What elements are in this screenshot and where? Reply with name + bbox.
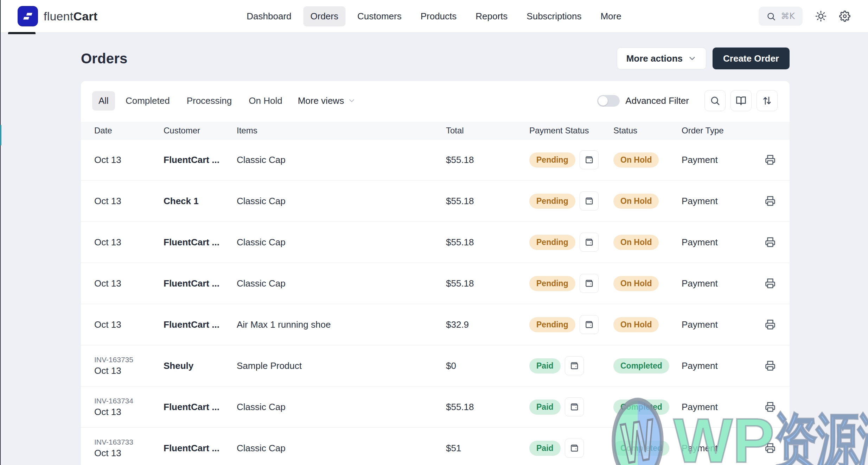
- nav-item-products[interactable]: Products: [414, 6, 464, 26]
- payment-status-badge: Pending: [529, 276, 575, 291]
- row-actions-cell: [765, 196, 790, 206]
- print-button[interactable]: [765, 319, 776, 330]
- customer-name[interactable]: Sheuly: [164, 360, 237, 371]
- printer-icon: [765, 402, 776, 412]
- filter-bar: AllCompletedProcessingOn Hold More views…: [81, 81, 790, 122]
- more-actions-button[interactable]: More actions: [617, 48, 706, 69]
- payment-status-cell: Pending: [529, 150, 613, 169]
- print-button[interactable]: [765, 402, 776, 412]
- gear-icon: [839, 11, 850, 22]
- payment-wallet-button[interactable]: [580, 150, 599, 169]
- column-header-total: Total: [446, 126, 529, 136]
- order-row[interactable]: INV-163734Oct 13FluentCart ...Classic Ca…: [81, 387, 790, 428]
- order-status-cell: On Hold: [613, 152, 682, 168]
- tab-processing[interactable]: Processing: [180, 91, 238, 111]
- order-status-cell: Completed: [613, 358, 682, 373]
- sort-button[interactable]: [757, 90, 778, 111]
- left-edge-teal-marker: [0, 125, 1, 145]
- order-status-cell: On Hold: [613, 194, 682, 209]
- customer-name[interactable]: FluentCart ...: [164, 155, 237, 165]
- customer-name[interactable]: Check 1: [164, 196, 237, 207]
- printer-icon: [765, 196, 776, 206]
- advanced-filter-toggle[interactable]: [597, 95, 620, 107]
- row-actions-cell: [765, 237, 790, 247]
- tab-all[interactable]: All: [92, 91, 115, 111]
- payment-status-badge: Paid: [529, 358, 561, 373]
- order-status-badge: On Hold: [613, 194, 659, 209]
- nav-item-more[interactable]: More: [593, 6, 628, 26]
- dark-sliver: [8, 32, 36, 34]
- tab-completed[interactable]: Completed: [119, 91, 176, 111]
- more-actions-label: More actions: [626, 53, 683, 64]
- order-date: Oct 13: [94, 407, 164, 417]
- order-type: Payment: [682, 237, 765, 248]
- order-row[interactable]: Oct 13FluentCart ...Air Max 1 running sh…: [81, 304, 790, 345]
- order-total: $55.18: [446, 278, 529, 289]
- create-order-button[interactable]: Create Order: [713, 48, 790, 69]
- order-row[interactable]: Oct 13Check 1Classic Cap$55.18Pending On…: [81, 181, 790, 222]
- payment-status-cell: Pending: [529, 191, 613, 210]
- print-button[interactable]: [765, 278, 776, 289]
- customer-name[interactable]: FluentCart ...: [164, 319, 237, 330]
- row-actions-cell: [765, 319, 790, 330]
- settings-button[interactable]: [839, 11, 850, 22]
- print-button[interactable]: [765, 196, 776, 206]
- invoice-number: INV-163735: [94, 356, 164, 364]
- customer-name[interactable]: FluentCart ...: [164, 278, 237, 289]
- order-type: Payment: [682, 360, 765, 371]
- payment-wallet-button[interactable]: [580, 315, 599, 334]
- order-type: Payment: [682, 443, 765, 454]
- customer-name[interactable]: FluentCart ...: [164, 443, 237, 454]
- nav-item-dashboard[interactable]: Dashboard: [240, 6, 298, 26]
- print-button[interactable]: [765, 360, 776, 371]
- order-row[interactable]: Oct 13FluentCart ...Classic Cap$55.18Pen…: [81, 139, 790, 181]
- order-row[interactable]: INV-163733Oct 13FluentCart ...Classic Ca…: [81, 428, 790, 465]
- order-row[interactable]: INV-163735Oct 13SheulySample Product$0Pa…: [81, 345, 790, 387]
- nav-item-customers[interactable]: Customers: [350, 6, 409, 26]
- order-status-cell: On Hold: [613, 235, 682, 250]
- column-header-payment-status: Payment Status: [529, 126, 613, 136]
- print-button[interactable]: [765, 155, 776, 165]
- brand-name-bold: Cart: [73, 10, 97, 23]
- nav-item-reports[interactable]: Reports: [468, 6, 515, 26]
- payment-wallet-button[interactable]: [565, 356, 584, 375]
- book-open-icon: [736, 95, 746, 106]
- more-views-button[interactable]: More views: [293, 91, 361, 111]
- print-button[interactable]: [765, 443, 776, 453]
- columns-view-button[interactable]: [730, 90, 752, 111]
- payment-status-badge: Pending: [529, 194, 575, 209]
- printer-icon: [765, 237, 776, 247]
- payment-wallet-button[interactable]: [565, 439, 584, 458]
- global-search-button[interactable]: ⌘K: [759, 7, 803, 26]
- order-date-cell: INV-163733Oct 13: [94, 438, 164, 459]
- row-actions-cell: [765, 443, 790, 453]
- nav-item-subscriptions[interactable]: Subscriptions: [519, 6, 588, 26]
- order-row[interactable]: Oct 13FluentCart ...Classic Cap$55.18Pen…: [81, 222, 790, 263]
- print-button[interactable]: [765, 237, 776, 247]
- table-header-row: DateCustomerItemsTotalPayment StatusStat…: [81, 122, 790, 139]
- tab-on-hold[interactable]: On Hold: [242, 91, 288, 111]
- payment-status-cell: Pending: [529, 315, 613, 334]
- nav-item-orders[interactable]: Orders: [304, 6, 345, 26]
- payment-wallet-button[interactable]: [580, 274, 599, 293]
- fluentcart-logo-icon: [18, 6, 38, 26]
- brand-logo[interactable]: fluentCart: [18, 6, 97, 26]
- order-date: Oct 13: [94, 237, 164, 248]
- wallet-icon: [570, 361, 579, 370]
- customer-name[interactable]: FluentCart ...: [164, 237, 237, 248]
- more-views-label: More views: [298, 95, 344, 106]
- payment-status-cell: Pending: [529, 274, 613, 293]
- order-status-badge: Completed: [613, 400, 669, 415]
- table-search-button[interactable]: [704, 90, 726, 111]
- payment-wallet-button[interactable]: [580, 233, 599, 252]
- printer-icon: [765, 360, 776, 371]
- customer-name[interactable]: FluentCart ...: [164, 402, 237, 413]
- order-total: $55.18: [446, 237, 529, 248]
- payment-wallet-button[interactable]: [565, 397, 584, 416]
- payment-wallet-button[interactable]: [580, 191, 599, 210]
- top-actions: ⌘K: [759, 7, 850, 26]
- theme-toggle-button[interactable]: [815, 11, 826, 22]
- order-items: Classic Cap: [237, 278, 446, 289]
- order-row[interactable]: Oct 13FluentCart ...Classic Cap$55.18Pen…: [81, 263, 790, 304]
- order-type: Payment: [682, 278, 765, 289]
